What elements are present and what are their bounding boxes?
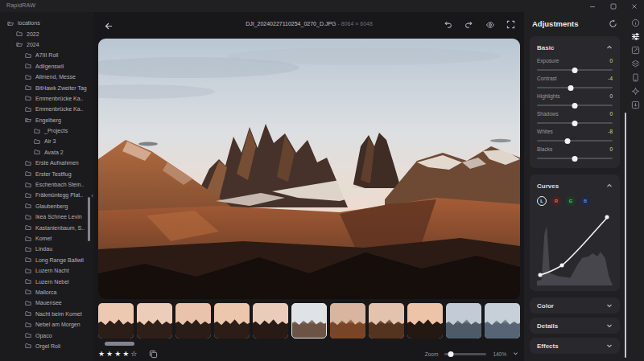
curves-section-header[interactable]: Curves [537, 180, 613, 191]
tree-item[interactable]: Glaubenberg [0, 201, 94, 211]
slider-thumb[interactable] [568, 85, 574, 91]
tree-item[interactable]: Adligenswil [0, 61, 94, 72]
filmstrip-thumbnail[interactable] [330, 303, 365, 338]
chevron-down-icon[interactable] [513, 351, 518, 357]
tree-item[interactable]: Eschenbach Stein.. [0, 179, 94, 190]
fullscreen-icon[interactable] [506, 19, 516, 30]
basic-section-header[interactable]: Basic [537, 42, 613, 53]
tree-item[interactable]: Kastanienbaum, S.. [0, 222, 94, 232]
tree-item[interactable]: BitHawk Zweiter Tag [0, 82, 94, 92]
slider-contrast[interactable]: Contrast-4 [537, 76, 613, 88]
filmstrip-thumbnail[interactable] [175, 303, 211, 338]
minimize-icon[interactable] [588, 2, 597, 11]
slider-track[interactable] [537, 69, 613, 71]
tree-item[interactable]: 2024 [0, 39, 94, 50]
slider-thumb[interactable] [572, 68, 578, 73]
tree-item[interactable]: Komet [0, 233, 94, 244]
slider-thumb[interactable] [572, 156, 578, 162]
tree-item[interactable]: Avata 2 [0, 147, 94, 158]
filmstrip-thumbnail[interactable] [407, 303, 443, 338]
tree-item[interactable]: Allmend, Messe [0, 72, 94, 82]
reset-adjustments-icon[interactable] [609, 19, 617, 28]
tree-item[interactable]: Emmenbrücke Ka.. [0, 104, 94, 114]
tree-item[interactable]: locations [0, 18, 94, 28]
maximize-icon[interactable] [609, 2, 618, 11]
curve-channel-b[interactable]: B [580, 196, 590, 206]
tree-item[interactable]: 2022 [0, 28, 94, 39]
basic-section-title: Basic [537, 44, 554, 51]
redo-icon[interactable] [464, 19, 474, 30]
tree-item[interactable]: Fräkmüntegg Plat.. [0, 190, 94, 200]
tree-item[interactable]: A7III Roll [0, 50, 94, 60]
edit-crop-icon[interactable] [630, 45, 642, 55]
sidebar-collapse-icon[interactable]: ‹ [91, 192, 93, 199]
sidebar-scrollbar[interactable] [88, 197, 90, 241]
slider-blacks[interactable]: Blacks0 [537, 146, 613, 159]
tree-item[interactable]: Luzern Nacht [0, 265, 94, 276]
filmstrip-scrollbar[interactable] [105, 342, 134, 346]
slider-track[interactable] [537, 122, 613, 124]
tree-item[interactable]: Engelberg [0, 115, 94, 125]
tree-item[interactable]: Erster Testflug [0, 168, 94, 178]
section-effects[interactable]: Effects [530, 338, 620, 354]
slider-thumb[interactable] [572, 121, 578, 126]
tree-item[interactable]: _Projects [0, 125, 94, 136]
curve-channel-r[interactable]: R [551, 196, 561, 206]
curve-point[interactable] [538, 273, 542, 277]
layers-masks-icon[interactable] [630, 59, 642, 68]
slider-shadows[interactable]: Shadows0 [537, 111, 613, 124]
curve-channel-l[interactable]: L [537, 196, 547, 206]
filmstrip-thumbnail[interactable] [369, 303, 404, 338]
slider-track[interactable] [537, 158, 613, 159]
filmstrip-thumbnail[interactable] [137, 303, 172, 338]
slider-track[interactable] [537, 105, 613, 106]
slider-highlights[interactable]: Highlights0 [537, 93, 613, 106]
zoom-slider[interactable] [444, 353, 486, 355]
tree-item[interactable]: Nebel am Morgen [0, 319, 94, 330]
tree-item[interactable]: Opaco [0, 330, 94, 340]
tree-item[interactable]: Air 3 [0, 136, 94, 146]
adjustments-sliders-icon[interactable] [630, 31, 642, 41]
tree-item[interactable]: Luzern Nebel [0, 276, 94, 286]
tree-item[interactable]: Erste Aufnahmen [0, 158, 94, 168]
slider-thumb[interactable] [572, 103, 578, 109]
tree-item[interactable]: Mallorca [0, 287, 94, 297]
filmstrip-thumbnail[interactable] [214, 303, 250, 338]
filmstrip-thumbnail[interactable] [485, 303, 520, 338]
slider-whites[interactable]: Whites-8 [537, 129, 613, 142]
undo-icon[interactable] [443, 19, 453, 30]
filmstrip-thumbnail[interactable] [98, 303, 134, 338]
filmstrip-thumbnail[interactable] [291, 303, 327, 338]
export-icon[interactable] [630, 100, 642, 109]
file-name: DJI_20240227110254_0270_D.JPG [246, 21, 336, 27]
slider-track[interactable] [537, 87, 613, 88]
curve-point[interactable] [605, 215, 609, 219]
tree-item[interactable]: Lindau [0, 244, 94, 254]
panel-scrollbar[interactable] [625, 113, 626, 358]
tree-item[interactable]: Mauensee [0, 297, 94, 308]
curve-point[interactable] [560, 264, 564, 268]
presets-icon[interactable] [630, 72, 642, 82]
section-color[interactable]: Color [530, 297, 620, 314]
tree-item[interactable]: Ikea Schnee Levin [0, 211, 94, 222]
rating-stars[interactable]: ★★★★☆ [98, 351, 138, 358]
info-icon[interactable] [630, 18, 642, 27]
section-details[interactable]: Details [530, 318, 620, 334]
curve-graph[interactable] [537, 209, 613, 285]
slider-thumb[interactable] [564, 138, 570, 144]
tree-item[interactable]: Emmenbrücke Ka.. [0, 93, 94, 104]
copy-settings-icon[interactable] [149, 350, 158, 359]
slider-track[interactable] [537, 140, 613, 142]
tree-item[interactable]: Long Range Ballwil [0, 255, 94, 265]
tree-item[interactable]: Nacht beim Komet [0, 309, 94, 319]
curve-channel-g[interactable]: G [566, 196, 576, 206]
tree-item[interactable]: Orgel Roli [0, 341, 94, 351]
ai-tools-icon[interactable] [630, 86, 642, 96]
show-original-icon[interactable] [485, 19, 495, 30]
filmstrip-thumbnail[interactable] [446, 303, 481, 338]
slider-exposure[interactable]: Exposure0 [537, 58, 613, 71]
filmstrip-thumbnail[interactable] [253, 303, 288, 338]
zoom-slider-thumb[interactable] [448, 351, 454, 357]
close-icon[interactable] [630, 2, 639, 11]
photo-canvas[interactable] [98, 39, 520, 299]
